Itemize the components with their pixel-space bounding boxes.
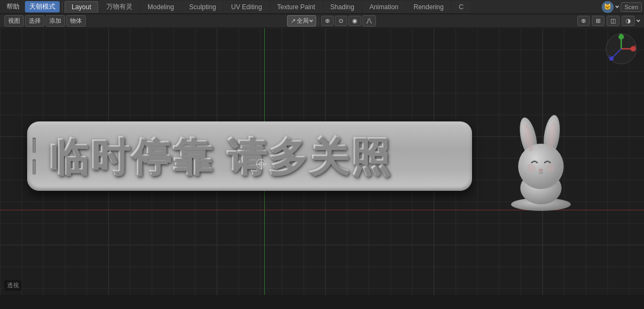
overlay-icon: ⊞ (596, 17, 601, 24)
left-menus: 视图 选择 添加 物体 (4, 15, 86, 27)
transform-orientation[interactable]: ↗ 全局 (287, 15, 316, 27)
tab-uv-editing[interactable]: UV Editing (224, 1, 269, 13)
tab-modeling[interactable]: Modeling (141, 1, 181, 13)
secondary-toolbar: 视图 选择 添加 物体 ↗ 全局 ⊕ ⊙ ◉ 八 ⊕ ⊞ (0, 14, 644, 28)
user-icon[interactable]: 🐱 (602, 1, 614, 13)
proportional-icon: ⊙ (339, 17, 343, 24)
tab-end-area: 🐱 Scen (602, 1, 642, 13)
select-menu[interactable]: 选择 (25, 15, 44, 27)
svg-text:Z: Z (608, 55, 611, 59)
svg-point-7 (539, 169, 543, 172)
orientation-icon: ↗ (291, 17, 296, 24)
tab-sculpting[interactable]: Sculpting (182, 1, 223, 13)
mode-menu[interactable]: 天朝模式 (25, 1, 60, 12)
viewport-shading-solid[interactable]: ⊕ (577, 16, 590, 26)
xray-btn[interactable]: ◫ (607, 16, 620, 26)
help-menu[interactable]: 帮助 (2, 1, 24, 12)
sign-base: 临时停靠 请多关照 (27, 121, 472, 191)
viewport-controls: ↗ 全局 ⊕ ⊙ ◉ 八 (287, 15, 376, 27)
tab-texture-paint[interactable]: Texture Paint (270, 1, 322, 13)
tab-wanwuyouling[interactable]: 万物有灵 (99, 0, 139, 14)
tab-animation[interactable]: Animation (362, 1, 405, 13)
sign-notch-left (33, 138, 36, 175)
top-menubar: 帮助 天朝模式 Layout 万物有灵 Modeling Sculpting U… (0, 0, 644, 14)
snap-icon: ⊕ (325, 17, 330, 24)
pivot-btn[interactable]: ◉ (348, 16, 361, 26)
transform-btn[interactable]: 八 (362, 15, 376, 27)
svg-point-4 (518, 144, 564, 189)
tab-c[interactable]: C (452, 1, 471, 13)
object-menu[interactable]: 物体 (66, 15, 86, 27)
svg-point-6 (546, 164, 555, 172)
cursor-crosshair-svg (256, 159, 267, 170)
notch-2 (33, 159, 36, 175)
viewport-gizmo[interactable]: X Y Z (605, 33, 637, 65)
3d-sign-object: 临时停靠 请多关照 (27, 121, 472, 191)
pivot-icon: ◉ (352, 17, 358, 24)
tab-rendering[interactable]: Rendering (406, 1, 450, 13)
solid-icon: ⊕ (581, 17, 586, 24)
shading-dropdown-icon (636, 18, 640, 22)
svg-text:X: X (634, 44, 636, 48)
shading-icon: ◑ (626, 17, 631, 24)
scene-label[interactable]: Scen (621, 2, 642, 12)
orientation-dropdown-icon (309, 18, 313, 22)
orientation-label: 全局 (297, 17, 309, 25)
svg-text:Y: Y (620, 33, 622, 36)
svg-point-5 (527, 164, 535, 172)
notch-1 (33, 138, 36, 153)
snap-btn[interactable]: ⊕ (321, 16, 334, 26)
add-menu[interactable]: 添加 (46, 15, 65, 27)
user-dropdown-icon (615, 4, 619, 8)
transform-icon: 八 (366, 17, 372, 25)
toolbar-right: ⊕ ⊞ ◫ ◑ (577, 16, 640, 26)
sep1 (318, 16, 319, 26)
sign-text: 临时停靠 请多关照 (49, 131, 392, 183)
viewport-bottom-tools: 透视 (4, 280, 22, 291)
view-menu[interactable]: 视图 (4, 15, 24, 27)
proportional-edit-btn[interactable]: ⊙ (335, 16, 347, 26)
tab-layout[interactable]: Layout (65, 1, 98, 13)
separator (62, 2, 62, 12)
rabbit-3d-model (498, 104, 584, 215)
tab-shading[interactable]: Shading (323, 1, 361, 13)
rabbit-svg (498, 104, 584, 213)
viewport-overlay[interactable]: ⊞ (592, 16, 604, 26)
viewport-shading-btn[interactable]: ◑ (622, 16, 635, 26)
3d-viewport[interactable]: 临时停靠 请多关照 (0, 28, 644, 295)
perspective-label: 透视 (4, 280, 22, 291)
xray-icon: ◫ (610, 17, 616, 24)
